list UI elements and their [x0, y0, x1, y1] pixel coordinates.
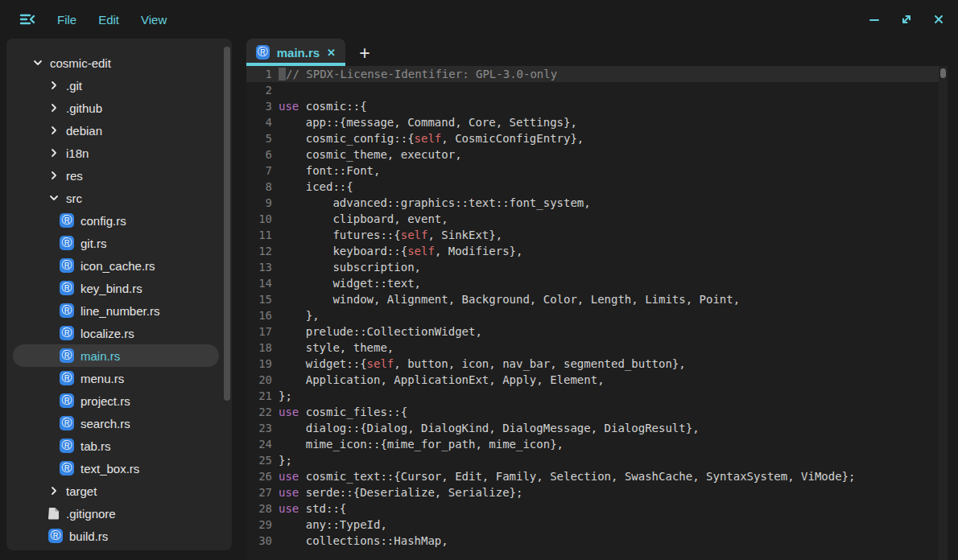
code-line[interactable]: 26use cosmic_text::{Cursor, Edit, Family…: [246, 468, 939, 484]
new-tab-button[interactable]: +: [355, 44, 374, 62]
tree-item-label: key_bind.rs: [81, 282, 142, 295]
code-line[interactable]: 28use std::{: [246, 500, 939, 517]
code-line[interactable]: 18 style, theme,: [246, 340, 939, 356]
line-number: 22: [246, 406, 272, 418]
code-line[interactable]: 15 window, Alignment, Background, Color,…: [246, 291, 939, 307]
tree-item-config-rs[interactable]: Ⓡconfig.rs: [13, 209, 219, 232]
line-content: cosmic_theme, executor,: [279, 148, 462, 161]
code-line[interactable]: 22use cosmic_files::{: [246, 404, 939, 420]
document-icon: [48, 507, 60, 520]
code-line[interactable]: 3use cosmic::{: [246, 98, 939, 114]
tree-item-label: src: [66, 191, 82, 205]
sidebar-scrollbar[interactable]: [224, 47, 230, 401]
menu-item-edit[interactable]: Edit: [98, 13, 119, 27]
line-content: advanced::graphics::text::font_system,: [279, 196, 591, 209]
code-line[interactable]: 4 app::{message, Command, Core, Settings…: [246, 114, 939, 130]
line-number: 4: [246, 116, 272, 129]
line-content: prelude::CollectionWidget,: [279, 325, 482, 338]
tree-item-icon-cache-rs[interactable]: Ⓡicon_cache.rs: [13, 254, 219, 277]
line-content: use std::{: [279, 502, 346, 515]
tree-item--github[interactable]: .github: [13, 97, 219, 119]
code-editor[interactable]: 1// SPDX-License-Identifier: GPL-3.0-onl…: [246, 66, 948, 560]
tree-item-text-box-rs[interactable]: Ⓡtext_box.rs: [13, 457, 219, 480]
tree-item-localize-rs[interactable]: Ⓡlocalize.rs: [13, 322, 219, 344]
tree-item-line-number-rs[interactable]: Ⓡline_number.rs: [13, 299, 219, 322]
tree-item-label: i18n: [66, 146, 89, 160]
tree-item-i18n[interactable]: i18n: [13, 142, 219, 164]
line-number: 27: [246, 486, 272, 499]
tree-item-git-rs[interactable]: Ⓡgit.rs: [13, 232, 219, 254]
code-line[interactable]: 19 widget::{self, button, icon, nav_bar,…: [246, 356, 939, 372]
code-line[interactable]: 6 cosmic_theme, executor,: [246, 146, 939, 163]
chevron-down-icon: [48, 192, 60, 204]
rust-file-icon: Ⓡ: [60, 236, 74, 250]
tree-item-res[interactable]: res: [13, 164, 219, 187]
line-content: Application, ApplicationExt, Apply, Elem…: [279, 373, 605, 386]
line-number: 17: [246, 325, 272, 338]
code-line[interactable]: 8 iced::{: [246, 179, 939, 195]
line-number: 3: [246, 100, 272, 113]
tree-item-label: res: [66, 169, 83, 183]
tree-item-key-bind-rs[interactable]: Ⓡkey_bind.rs: [13, 277, 219, 299]
menu-bar: FileEditView: [57, 13, 167, 27]
code-line[interactable]: 23 dialog::{Dialog, DialogKind, DialogMe…: [246, 420, 939, 436]
tab-close-icon[interactable]: ✕: [327, 47, 336, 58]
close-button[interactable]: [932, 13, 945, 26]
tree-item-main-rs[interactable]: Ⓡmain.rs: [13, 344, 219, 367]
tree-item-label: build.rs: [69, 529, 108, 543]
code-line[interactable]: 13 subscription,: [246, 259, 939, 275]
rust-file-icon: Ⓡ: [60, 348, 74, 363]
tree-item-search-rs[interactable]: Ⓡsearch.rs: [13, 412, 219, 434]
line-content: use cosmic_text::{Cursor, Edit, Family, …: [279, 470, 855, 483]
code-line[interactable]: 9 advanced::graphics::text::font_system,: [246, 195, 939, 211]
tree-item-debian[interactable]: debian: [13, 119, 219, 142]
line-content: iced::{: [279, 180, 353, 193]
tree-item-label: .git: [66, 79, 82, 93]
code-line[interactable]: 20 Application, ApplicationExt, Apply, E…: [246, 372, 939, 388]
tree-item-tab-rs[interactable]: Ⓡtab.rs: [13, 434, 219, 457]
tree-item-label: .gitignore: [66, 507, 116, 521]
code-line[interactable]: 10 clipboard, event,: [246, 211, 939, 227]
code-line[interactable]: 5 cosmic_config::{self, CosmicConfigEntr…: [246, 130, 939, 146]
nav-toggle-icon[interactable]: [19, 12, 37, 27]
editor-scrollbar-thumb[interactable]: [940, 68, 946, 78]
tree-item--gitignore[interactable]: .gitignore: [13, 502, 219, 525]
line-number: 29: [246, 518, 272, 531]
tree-item-target[interactable]: target: [13, 480, 219, 502]
tree-item-label: menu.rs: [81, 372, 124, 385]
minimize-button[interactable]: [868, 13, 881, 26]
tree-item-cosmic-edit[interactable]: cosmic-edit: [13, 51, 219, 74]
line-number: 1: [246, 68, 272, 80]
tree-item-label: line_number.rs: [81, 304, 159, 318]
code-line[interactable]: 17 prelude::CollectionWidget,: [246, 323, 939, 340]
rust-file-icon: Ⓡ: [60, 371, 74, 385]
code-line[interactable]: 11 futures::{self, SinkExt},: [246, 227, 939, 243]
line-content: cosmic_config::{self, CosmicConfigEntry}…: [279, 132, 584, 145]
window-controls: [868, 13, 945, 26]
editor-scrollbar[interactable]: [939, 66, 948, 560]
maximize-button[interactable]: [900, 13, 913, 26]
code-line[interactable]: 24 mime_icon::{mime_for_path, mime_icon}…: [246, 436, 939, 452]
tree-item-project-rs[interactable]: Ⓡproject.rs: [13, 389, 219, 412]
rust-file-icon: Ⓡ: [256, 45, 270, 60]
code-line[interactable]: 29 any::TypeId,: [246, 517, 939, 533]
tab-main-rs[interactable]: Ⓡ main.rs ✕: [246, 39, 345, 66]
code-line[interactable]: 25};: [246, 452, 939, 468]
code-line[interactable]: 14 widget::text,: [246, 275, 939, 291]
menu-item-view[interactable]: View: [141, 13, 167, 27]
menu-item-file[interactable]: File: [57, 13, 76, 27]
code-line[interactable]: 12 keyboard::{self, Modifiers},: [246, 243, 939, 259]
code-line[interactable]: 27use serde::{Deserialize, Serialize};: [246, 484, 939, 500]
code-line[interactable]: 30 collections::HashMap,: [246, 533, 939, 549]
code-line[interactable]: 2: [246, 82, 939, 98]
tree-item-build-rs[interactable]: Ⓡbuild.rs: [13, 525, 219, 547]
line-number: 28: [246, 502, 272, 515]
code-line[interactable]: 21};: [246, 388, 939, 404]
tree-item-src[interactable]: src: [13, 187, 219, 209]
tree-item-label: icon_cache.rs: [81, 259, 155, 273]
tree-item--git[interactable]: .git: [13, 74, 219, 97]
code-line[interactable]: 16 },: [246, 307, 939, 323]
tree-item-menu-rs[interactable]: Ⓡmenu.rs: [13, 367, 219, 389]
code-line[interactable]: 1// SPDX-License-Identifier: GPL-3.0-onl…: [246, 66, 939, 82]
code-line[interactable]: 7 font::Font,: [246, 163, 939, 179]
